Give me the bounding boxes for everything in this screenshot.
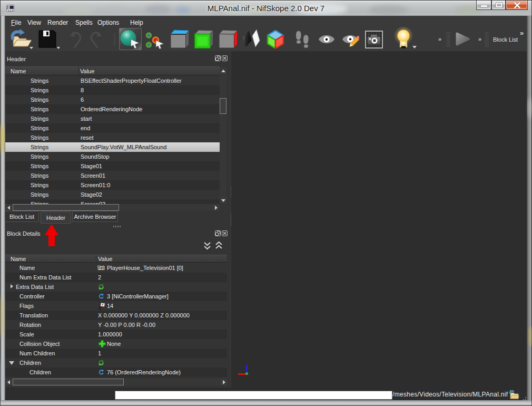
svg-text:Txt: Txt [97,265,104,270]
